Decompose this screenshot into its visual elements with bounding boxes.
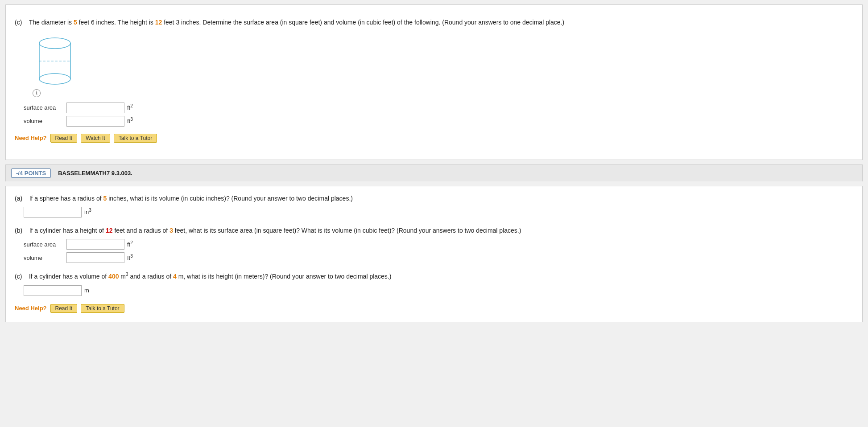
- section1-part-c: (c) The diameter is 5 feet 6 inches. The…: [15, 17, 853, 143]
- part-b-surface-area-row: surface area ft2: [24, 239, 853, 250]
- volume-label: volume: [24, 118, 64, 124]
- diameter-value: 5: [74, 19, 77, 26]
- part-c-input[interactable]: [24, 285, 82, 296]
- info-icon[interactable]: ℹ: [33, 89, 41, 97]
- part-c-text-before: The diameter is: [29, 19, 74, 26]
- part-b-surface-area-input[interactable]: [66, 239, 124, 250]
- volume-input[interactable]: [66, 116, 124, 127]
- svg-point-3: [39, 74, 70, 84]
- section-id: BASSELEMMATH7 9.3.003.: [58, 170, 132, 177]
- watch-it-button-1[interactable]: Watch It: [81, 134, 110, 143]
- part-b-volume-label: volume: [24, 255, 64, 261]
- part-c-volume: 400: [108, 273, 119, 280]
- part-b-surface-area-label: surface area: [24, 241, 64, 248]
- section2-part-b: (b) If a cylinder has a height of 12 fee…: [15, 226, 853, 263]
- volume-row: volume ft3: [24, 116, 853, 127]
- part-b-radius: 3: [169, 227, 173, 234]
- section2-part-a: (a) If a sphere has a radius of 5 inches…: [15, 193, 853, 218]
- surface-area-row: surface area ft2: [24, 103, 853, 113]
- part-a-input[interactable]: [24, 207, 82, 218]
- cylinder-svg: [33, 35, 77, 89]
- surface-area-input[interactable]: [66, 103, 124, 113]
- part-c-input-row: m: [24, 285, 853, 296]
- need-help-section1: Need Help? Read It Watch It Talk to a Tu…: [15, 134, 853, 143]
- need-help-label-1: Need Help?: [15, 135, 47, 141]
- part-b-label: (b): [15, 227, 22, 234]
- part-b-volume-input[interactable]: [66, 252, 124, 263]
- talk-to-tutor-button-2[interactable]: Talk to a Tutor: [81, 304, 124, 313]
- section-2: (a) If a sphere has a radius of 5 inches…: [5, 186, 863, 322]
- part-c-text: (c) If a cylinder has a volume of 400 m3…: [15, 271, 853, 281]
- height-value: 12: [155, 19, 162, 26]
- part-c-unit: m: [84, 287, 89, 294]
- surface-area-label: surface area: [24, 104, 64, 111]
- need-help-section2: Need Help? Read It Talk to a Tutor: [15, 304, 853, 313]
- section1-part-c-text: (c) The diameter is 5 feet 6 inches. The…: [15, 17, 853, 27]
- part-c-label: (c): [15, 19, 22, 26]
- surface-area-unit: ft2: [127, 103, 133, 111]
- part-a-text: (a) If a sphere has a radius of 5 inches…: [15, 193, 853, 203]
- part-a-radius: 5: [103, 195, 107, 202]
- read-it-button-1[interactable]: Read It: [50, 134, 78, 143]
- part-a-label: (a): [15, 195, 22, 202]
- part-c-text-mid2: feet 3 inches. Determine the surface are…: [164, 19, 564, 26]
- part-c-radius: 4: [173, 273, 177, 280]
- part-b-surface-area-unit: ft2: [127, 240, 133, 248]
- cylinder-illustration: ℹ: [33, 35, 77, 97]
- part-b-volume-unit: ft3: [127, 254, 133, 261]
- part-a-unit: in3: [84, 208, 91, 215]
- need-help-label-2: Need Help?: [15, 305, 47, 312]
- section2-part-c: (c) If a cylinder has a volume of 400 m3…: [15, 271, 853, 296]
- part-c-text-mid1: feet 6 inches. The height is: [79, 19, 155, 26]
- part-a-input-row: in3: [24, 207, 853, 218]
- section2-header: -/4 POINTS BASSELEMMATH7 9.3.003.: [5, 164, 863, 181]
- volume-unit: ft3: [127, 117, 133, 124]
- part-b-height: 12: [106, 227, 113, 234]
- points-badge: -/4 POINTS: [11, 168, 51, 178]
- part-b-volume-row: volume ft3: [24, 252, 853, 263]
- part-c-label-2: (c): [15, 273, 22, 280]
- talk-to-tutor-button-1[interactable]: Talk to a Tutor: [114, 134, 157, 143]
- section-1: (c) The diameter is 5 feet 6 inches. The…: [5, 4, 863, 160]
- read-it-button-2[interactable]: Read It: [50, 304, 78, 313]
- svg-point-0: [39, 38, 70, 49]
- part-b-text: (b) If a cylinder has a height of 12 fee…: [15, 226, 853, 235]
